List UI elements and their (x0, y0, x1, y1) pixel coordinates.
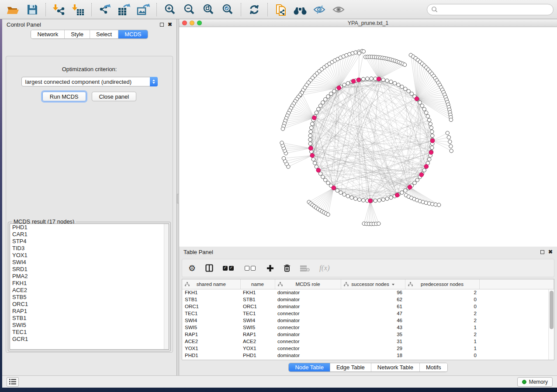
graph-node[interactable] (403, 63, 406, 66)
close-panel-button[interactable]: Close panel (92, 92, 137, 101)
table-row[interactable]: ORC1ORC1dominator610 (182, 303, 554, 310)
graph-node[interactable] (343, 193, 346, 196)
result-node[interactable]: FKH1 (10, 280, 169, 287)
graph-node[interactable] (449, 144, 453, 148)
graph-hub-node[interactable] (419, 173, 424, 177)
graph-node[interactable] (308, 142, 312, 145)
mcds-result-list[interactable]: PHD1CAR1STP4TID3YOX1SWI4SRD1PMA2FKH1ACE2… (10, 224, 169, 350)
result-node[interactable]: STB5 (10, 294, 169, 301)
graph-node[interactable] (431, 134, 434, 138)
graph-node[interactable] (426, 114, 429, 118)
graph-node[interactable] (397, 83, 400, 86)
graph-node[interactable] (326, 95, 330, 98)
graph-hub-node[interactable] (316, 168, 321, 172)
graph-node[interactable] (324, 178, 327, 182)
graph-node[interactable] (407, 89, 410, 93)
tab-network[interactable]: Network (31, 30, 64, 38)
result-list-scrollbar[interactable] (164, 224, 169, 349)
graph-hub-node[interactable] (429, 150, 433, 155)
result-node[interactable]: STP4 (10, 238, 169, 245)
task-history-button[interactable] (7, 377, 19, 387)
table-scrollbar[interactable] (548, 289, 554, 360)
memory-button[interactable]: Memory (517, 377, 553, 387)
graph-node[interactable] (358, 198, 361, 201)
column-header-MCDS-role[interactable]: MCDS role (275, 279, 341, 289)
hide-panels-button[interactable] (310, 2, 329, 17)
table-row[interactable]: FKH1FKH1dominator962 (182, 289, 554, 296)
column-header-predecessor-nodes[interactable]: predecessor nodes (405, 279, 479, 289)
graph-hub-node[interactable] (408, 185, 412, 189)
graph-node[interactable] (357, 52, 361, 55)
graph-node[interactable] (332, 89, 336, 93)
graph-node[interactable] (282, 156, 285, 160)
graph-node[interactable] (429, 126, 433, 130)
add-row-icon[interactable] (266, 265, 274, 272)
graph-node[interactable] (420, 104, 424, 107)
graph-hub-node[interactable] (337, 86, 341, 90)
graph-node[interactable] (362, 199, 365, 202)
zoom-fit-button[interactable] (199, 2, 218, 17)
result-node[interactable]: ACE2 (10, 287, 169, 294)
network-canvas[interactable] (179, 27, 557, 247)
graph-node[interactable] (308, 134, 312, 138)
graph-hub-node[interactable] (368, 199, 373, 203)
column-header-successor-nodes[interactable]: successor nodes (341, 279, 405, 289)
table-row[interactable]: PHD1PHD1dominator180 (182, 352, 554, 359)
graph-node[interactable] (311, 158, 315, 161)
table-tab-edge-table[interactable]: Edge Table (330, 363, 371, 371)
graph-node[interactable] (424, 111, 428, 114)
graph-node[interactable] (317, 107, 320, 111)
table-row[interactable]: RAP1RAP1dominator352 (182, 331, 554, 338)
graph-node[interactable] (415, 178, 419, 182)
delete-row-icon[interactable] (284, 264, 291, 272)
result-node[interactable]: SWI5 (10, 322, 169, 329)
table-tab-motifs[interactable]: Motifs (419, 363, 447, 371)
graph-node[interactable] (418, 101, 422, 104)
graph-hub-node[interactable] (430, 139, 435, 143)
graph-node[interactable] (450, 149, 453, 153)
graph-node[interactable] (370, 77, 373, 80)
graph-node[interactable] (422, 168, 426, 172)
search-field[interactable] (427, 4, 554, 15)
graph-node[interactable] (400, 85, 404, 89)
graph-node[interactable] (437, 203, 441, 206)
graph-node[interactable] (413, 181, 416, 185)
import-table-button[interactable] (69, 2, 88, 17)
result-node[interactable]: SRD1 (10, 266, 169, 273)
graph-node[interactable] (346, 194, 349, 198)
result-node[interactable]: CAR1 (10, 231, 169, 238)
search-input[interactable] (438, 7, 549, 13)
result-node[interactable]: TID3 (10, 245, 169, 252)
export-image-button[interactable] (134, 2, 153, 17)
graph-node[interactable] (427, 158, 431, 161)
graph-node[interactable] (389, 80, 393, 83)
import-network-button[interactable] (49, 2, 69, 17)
result-node[interactable]: RAP1 (10, 308, 169, 315)
graph-hub-node[interactable] (377, 77, 381, 81)
graph-node[interactable] (447, 135, 450, 139)
tab-select[interactable]: Select (90, 30, 118, 38)
graph-node[interactable] (321, 101, 325, 104)
graph-hub-node[interactable] (332, 186, 336, 190)
graph-node[interactable] (366, 77, 369, 80)
graph-node[interactable] (410, 92, 413, 96)
result-node[interactable]: YOX1 (10, 252, 169, 259)
graph-node[interactable] (381, 198, 385, 201)
column-header-name[interactable]: name (240, 279, 275, 289)
graph-hub-node[interactable] (309, 146, 313, 151)
run-mcds-button[interactable]: Run MCDS (42, 92, 86, 101)
graph-node[interactable] (329, 92, 333, 96)
graph-node[interactable] (381, 78, 385, 82)
graph-node[interactable] (449, 118, 453, 121)
graph-node[interactable] (400, 191, 404, 194)
optimization-criterion-dropdown[interactable]: largest connected component (undirected) (21, 77, 158, 86)
show-panels-button[interactable] (329, 2, 348, 17)
graph-node[interactable] (321, 175, 325, 179)
result-node[interactable]: PMA2 (10, 273, 169, 280)
result-node[interactable]: STB1 (10, 315, 169, 322)
graph-node[interactable] (336, 189, 339, 192)
graph-hub-node[interactable] (424, 165, 429, 169)
result-node[interactable]: SWI4 (10, 259, 169, 266)
deselect-all-icon[interactable] (245, 266, 257, 271)
graph-node[interactable] (385, 79, 389, 83)
